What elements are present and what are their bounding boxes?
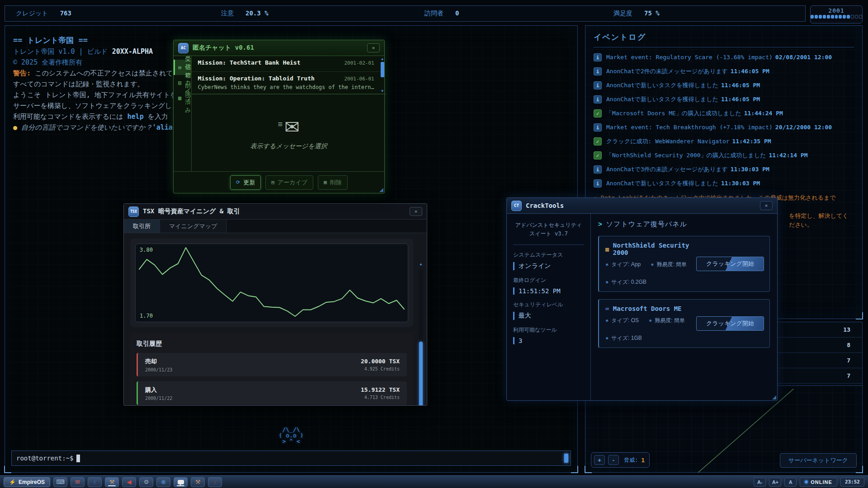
event-time: 11:46:05 PM <box>731 68 769 75</box>
year-square <box>823 15 826 19</box>
taskbar-mailbox-icon[interactable]: ✉ <box>71 477 85 487</box>
tab-exchange[interactable]: 取引所 <box>124 220 160 233</box>
success-check-icon: ✓ <box>594 151 602 160</box>
scroll-down-icon[interactable]: ▼ <box>419 404 423 406</box>
taskbar-pickaxe-icon[interactable]: ⚒ <box>191 477 205 487</box>
megaphone-icon: ◀ <box>127 479 132 485</box>
zoom-out-button[interactable]: - <box>608 455 619 465</box>
scroll-up-icon[interactable]: ▲ <box>419 262 423 266</box>
event-message: Market event: Tech Breakthrough (+7.18% … <box>606 123 832 131</box>
software-name: NorthShield Security 2000 <box>613 242 693 256</box>
server-network-button[interactable]: サーバーネットワーク <box>780 453 857 468</box>
taskbar-chat-bubble-icon[interactable] <box>174 477 188 487</box>
event-time: 11:30:03 PM <box>731 166 769 173</box>
taskbar-gear-icon[interactable]: ⚙ <box>139 477 153 487</box>
year-square <box>827 15 830 19</box>
cracktools-title: CrackTools <box>526 202 756 209</box>
folder-icon: ▦ <box>178 95 181 101</box>
system-stat-value: 最大 <box>513 312 584 320</box>
lightning-icon: ⚡ <box>9 479 16 485</box>
system-stat-label: セキュリティレベル <box>513 301 584 309</box>
font-decrease-button[interactable]: A- <box>754 478 766 487</box>
mission-list-item[interactable]: Mission: TechStart Bank Heist2001-02-01 <box>192 56 386 72</box>
tsx-scrollbar[interactable]: ▲ ▼ <box>419 268 423 402</box>
event-message: AnonChatで新しいタスクを獲得しました11:46:05 PM <box>606 81 760 89</box>
start-cracking-button[interactable]: クラッキング開始 <box>696 316 764 331</box>
terminal-prompt: root@torrent:~$ <box>16 455 73 462</box>
scrollbar-thumb[interactable] <box>419 342 423 406</box>
event-message: 「NorthShield Security 2000」の購入に成功しました11:… <box>606 151 808 160</box>
satisfaction-label: 満足度 <box>613 9 632 17</box>
taskbar-music-icon[interactable]: ♪ <box>208 477 222 487</box>
scrollbar-thumb[interactable] <box>381 62 384 77</box>
taskbar-globe-icon[interactable]: ⊕ <box>156 477 170 487</box>
更新-button[interactable]: ⟳更新 <box>230 175 261 190</box>
software-card: ⌨Macrosoft Doors ME●タイプ: OS●難易度: 簡単●サイズ:… <box>598 299 770 348</box>
taskbar-hammer-icon[interactable]: ⚒ <box>105 477 119 487</box>
scroll-down-icon[interactable]: ▼ <box>381 89 384 93</box>
terminal-icon: ⌨ <box>56 479 65 485</box>
event-message: AnonChatで3件の未読メッセージがあります11:30:03 PM <box>606 165 769 174</box>
taskbar-megaphone-icon[interactable]: ◀ <box>122 477 136 487</box>
sidebar-item-削除済み[interactable]: ▦削除済み <box>174 90 191 106</box>
event-log-entry: iAnonChatで新しいタスクを獲得しました11:46:05 PM <box>594 95 854 103</box>
trade-row: 売却2000/11/2320.0000 TSX4.925 Credits <box>137 353 407 376</box>
scroll-up-icon[interactable]: ▲ <box>381 57 384 61</box>
zoom-in-button[interactable]: + <box>594 455 605 465</box>
year-square <box>843 15 846 19</box>
tab-mining-map[interactable]: マイニングマップ <box>160 220 226 233</box>
terminal-cursor <box>76 455 80 462</box>
year-square <box>847 15 850 19</box>
event-log-entries: iMarket event: Regulatory Scare (-13.68%… <box>594 53 854 188</box>
tsx-titlebar[interactable]: TSX TSX 暗号資産マイニング & 取引 × <box>124 204 427 220</box>
resize-handle[interactable] <box>379 188 383 192</box>
event-message: クラックに成功: WebWanderer Navigator11:42:35 P… <box>606 137 771 145</box>
divider <box>513 244 584 245</box>
button-label: 更新 <box>243 178 255 187</box>
satisfaction-stat: 満足度75 % <box>613 9 660 18</box>
anonchat-close-button[interactable]: × <box>367 43 380 52</box>
event-message: AnonChatで新しいタスクを獲得しました11:46:05 PM <box>606 95 760 103</box>
event-log-title: イベントログ <box>594 32 854 42</box>
event-log-entry: iAnonChatで3件の未読メッセージがあります11:30:03 PM <box>594 165 854 174</box>
terminal-input[interactable]: root@torrent:~$ <box>11 450 571 466</box>
software-stat: ●サイズ: 1GB <box>605 334 642 342</box>
削除-button[interactable]: ▦削除 <box>318 175 348 190</box>
anonchat-title: 匿名チャット v0.61 <box>193 44 363 52</box>
trade-type: 購入 <box>145 386 172 394</box>
event-log-entry: ✓クラックに成功: WebWanderer Navigator11:42:35 … <box>594 137 854 145</box>
threat-value: 1 <box>641 457 645 464</box>
tsx-close-button[interactable]: × <box>410 207 422 216</box>
envelope-icon: ≡✉ <box>278 115 300 136</box>
font-reset-button[interactable]: A <box>784 478 797 487</box>
cracktools-main: >ソフトウェア復号パネル ▦NorthShield Security 2000●… <box>591 214 777 400</box>
software-stat: ●タイプ: App <box>605 261 641 268</box>
ascii-cat-art: /\_/\ ( o.o ) > ^ < <box>279 427 304 444</box>
resize-handle[interactable] <box>772 395 776 399</box>
taskbar-terminal-icon[interactable]: ⌨ <box>53 477 67 487</box>
input-indicator <box>564 454 568 463</box>
taskbar-upload-icon[interactable]: ↑ <box>88 477 102 487</box>
message-list-scrollbar[interactable]: ▲ ▼ <box>380 57 385 93</box>
mission-list-item[interactable]: Mission: Operation: Tabloid Truth2001-06… <box>192 72 386 94</box>
start-cracking-button[interactable]: クラッキング開始 <box>696 257 764 271</box>
start-button[interactable]: ⚡ EmpireOS <box>4 477 50 487</box>
side-stat-value: 7 <box>847 357 850 364</box>
event-log-entry: iAnonChatで2件の未読メッセージがあります11:46:05 PM <box>594 67 854 75</box>
tsx-app-icon: TSX <box>128 206 139 217</box>
anonchat-titlebar[interactable]: AC 匿名チャット v0.61 × <box>174 40 384 56</box>
cracktools-titlebar[interactable]: CT CrackTools × <box>507 198 777 214</box>
anonchat-window: AC 匿名チャット v0.61 × ✉受信箱▤アーカイブ▦削除済み Missio… <box>173 40 385 193</box>
year-square <box>835 15 838 19</box>
event-time: 11:46:05 PM <box>721 82 760 89</box>
font-increase-button[interactable]: A+ <box>769 478 781 487</box>
info-icon: i <box>594 179 602 188</box>
year-progress-widget: 2001 <box>810 5 863 23</box>
cracktools-close-button[interactable]: × <box>760 201 773 210</box>
visitors-value: 0 <box>455 9 459 17</box>
visitors-label: 訪問者 <box>425 9 443 17</box>
event-time: 11:44:24 PM <box>744 110 783 117</box>
アーカイブ-button[interactable]: ▤アーカイブ <box>265 175 313 190</box>
event-log-entry: ✓「NorthShield Security 2000」の購入に成功しました11… <box>594 151 854 160</box>
system-stat-value: 11:51:52 PM <box>513 287 584 295</box>
